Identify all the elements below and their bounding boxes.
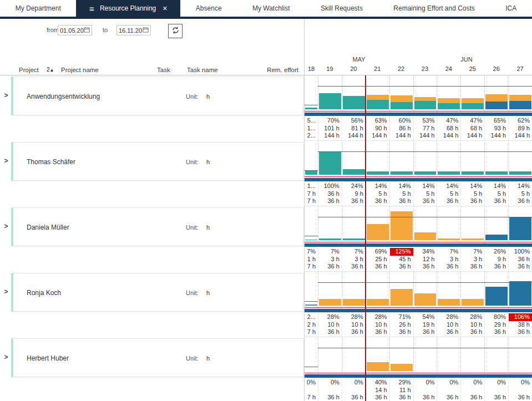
bar-segment-orange: [367, 224, 389, 240]
chart-week-cell: [460, 206, 484, 247]
planned-hours: 10 h: [342, 321, 366, 329]
week-values-cell: 0%36 h: [437, 379, 460, 401]
week-values-cell: 65%93 h144 h: [484, 117, 508, 140]
capacity-hours: 144 h: [437, 132, 460, 140]
planned-hours: 68 h: [437, 125, 460, 133]
expand-row-chevron[interactable]: >: [3, 157, 9, 165]
planned-hours: 45 h: [390, 256, 413, 263]
resource-row-card[interactable]: Daniela MüllerUnit:h: [11, 207, 304, 246]
utilization-percent: 7%: [437, 248, 460, 256]
chart-week-cell: [342, 206, 366, 247]
utilization-percent: 28%: [366, 313, 389, 321]
planned-hours: 11 h: [390, 387, 413, 394]
week-label: 25: [460, 65, 484, 72]
planned-hours: 5 h: [366, 190, 389, 198]
planned-hours: 5 h: [414, 190, 437, 198]
tab-remaining-effort-and-costs[interactable]: Remaining Effort and Costs: [378, 0, 490, 17]
week-values-cell: 0%36 h: [318, 379, 342, 401]
tab-my-watchlist[interactable]: My Watchlist: [237, 0, 305, 17]
unit-label: Unit:: [186, 159, 199, 165]
capacity-hours: 36 h: [390, 328, 413, 336]
bar-segment-teal: [438, 171, 460, 175]
bar-segment-teal: [462, 103, 484, 109]
capacity-bottom-line: [305, 373, 532, 373]
to-date-input[interactable]: 16.11.20: [116, 25, 151, 35]
utilization-percent: 0%: [305, 379, 318, 387]
utilization-percent: 7%: [461, 248, 484, 256]
column-header-project[interactable]: Project: [19, 67, 39, 73]
column-header-task-name[interactable]: Task name: [187, 67, 218, 73]
week-values-cell: 28%10 h36 h: [366, 313, 389, 337]
resource-row-card[interactable]: AnwendungsentwicklungUnit:h: [11, 77, 304, 115]
resource-row-card[interactable]: Ronja KochUnit:h: [11, 273, 304, 312]
resource-row-card[interactable]: Thomas SchäferUnit:h: [11, 142, 304, 181]
calendar-icon[interactable]: [143, 27, 149, 34]
week-values-cell: 24%9 h36 h: [342, 182, 366, 206]
capacity-hours: 36 h: [437, 263, 460, 271]
resource-name: Daniela Müller: [27, 224, 69, 231]
capacity-hours: 144 h: [318, 132, 342, 140]
planned-hours: 5 h: [390, 190, 413, 198]
chart-week-cell: [366, 206, 389, 247]
utilization-percent: 34%: [414, 248, 437, 256]
refresh-button[interactable]: [168, 24, 183, 38]
planned-hours: 19 h: [414, 321, 437, 329]
week-values-cell: 2...2 h7 h: [305, 313, 318, 337]
bar-segment-teal: [305, 108, 317, 109]
capacity-hours: 36 h: [461, 197, 484, 205]
utilization-percent: 1...: [305, 182, 318, 190]
planned-hours: 101 h: [318, 125, 342, 133]
close-tab-icon[interactable]: ×: [163, 4, 167, 12]
bar-segment-orange: [391, 364, 413, 371]
utilization-percent: 29%: [390, 379, 413, 387]
values-grid: 5...1...2...70%101 h144 h56%81 h144 h63%…: [305, 116, 532, 140]
chart-week-cell: [342, 75, 366, 116]
resource-row-card[interactable]: Herbert HuberUnit:h: [11, 338, 304, 377]
tab-absence[interactable]: Absence: [180, 0, 237, 17]
timeline-panel: MAY JUN 18192021222324252627 5...1...2..…: [305, 19, 532, 401]
expand-row-chevron[interactable]: >: [3, 353, 9, 361]
tab-resource-planning[interactable]: ≡Resource Planning×: [76, 0, 180, 17]
week-values-cell: 47%68 h144 h: [460, 117, 484, 140]
capacity-bottom-line: [305, 242, 532, 242]
week-values-cell: 106%38 h36 h: [508, 313, 532, 337]
unit-value: h: [206, 224, 210, 231]
week-values-cell: 69%25 h36 h: [366, 248, 389, 271]
bar-segment-teal: [305, 304, 317, 306]
bar-segment-orange: [414, 293, 437, 306]
utilization-percent: 7%: [342, 248, 366, 256]
utilization-percent: 7%: [318, 248, 342, 256]
week-label: 24: [437, 65, 460, 72]
tab-my-department[interactable]: My Department: [0, 0, 76, 17]
utilization-percent: 47%: [461, 117, 484, 125]
utilization-percent: 0%: [342, 379, 366, 387]
calendar-icon[interactable]: [84, 27, 90, 34]
menu-icon[interactable]: ≡: [89, 4, 94, 13]
utilization-percent: 14%: [485, 182, 508, 190]
utilization-chart: [305, 141, 532, 181]
capacity-hours: 36 h: [414, 328, 437, 336]
utilization-percent: 14%: [390, 182, 413, 190]
planned-hours: 77 h: [414, 125, 437, 133]
from-date-input[interactable]: 01.05.20: [58, 25, 92, 35]
expand-row-chevron[interactable]: >: [3, 92, 9, 99]
chart-week-cell: [413, 337, 437, 378]
planned-hours: 90 h: [366, 125, 389, 133]
expand-row-chevron[interactable]: >: [3, 222, 9, 230]
capacity-hours: 36 h: [414, 263, 437, 271]
week-values-cell: 29%11 h36 h: [389, 379, 413, 401]
column-header-rem-effort[interactable]: Rem. effort: [267, 67, 298, 73]
refresh-icon: [171, 26, 180, 36]
tab-ica[interactable]: ICA: [490, 0, 532, 17]
column-header-project-name[interactable]: Project name: [61, 67, 99, 73]
tab-skill-requests[interactable]: Skill Requests: [305, 0, 378, 17]
column-header-task[interactable]: Task: [157, 67, 170, 73]
sort-indicator[interactable]: 2▲: [47, 67, 54, 73]
timeline-row-band: 0%7 h0%36 h0%36 h40%14 h36 h29%11 h36 h0…: [305, 337, 532, 401]
week-values-cell: 125%45 h36 h: [389, 248, 413, 271]
expand-row-chevron[interactable]: >: [3, 288, 9, 296]
capacity-hours: 2...: [305, 132, 318, 140]
chart-week-cell: [413, 75, 437, 116]
today-marker-line: [365, 75, 366, 401]
capacity-hours: 36 h: [342, 394, 366, 401]
